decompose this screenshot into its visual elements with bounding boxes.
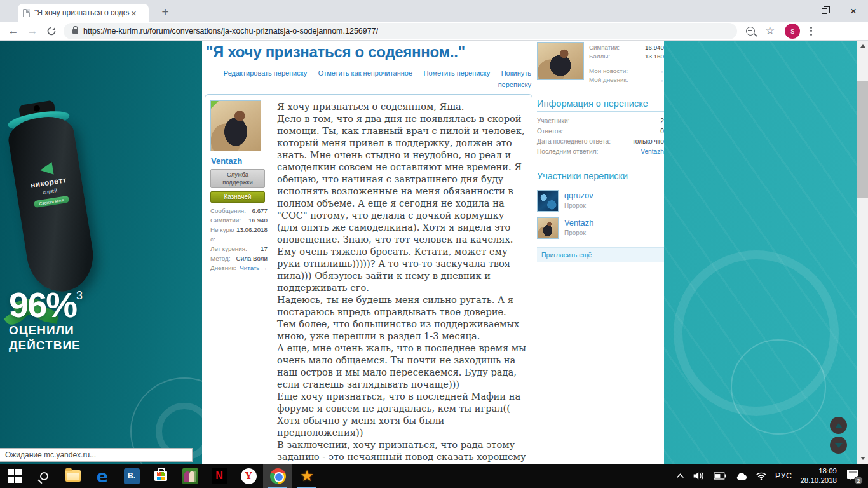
- stat-row: Лет курения:17: [210, 244, 268, 254]
- participant-avatar[interactable]: [537, 190, 559, 212]
- page-favicon-icon: [23, 9, 30, 17]
- stat-row: Метод:Сила Воли: [210, 254, 268, 263]
- microsoft-store-icon: [154, 471, 167, 481]
- yandex-icon: Y: [241, 468, 257, 484]
- browser-toolbar: ← → https://ne-kurim.ru/forum/conversati…: [0, 22, 868, 41]
- participant-avatar[interactable]: [537, 217, 559, 239]
- edge-button[interactable]: e: [88, 464, 117, 488]
- page-scrollbar[interactable]: [857, 41, 868, 464]
- ad-superscript: 3: [76, 289, 81, 302]
- scrollbar-down-icon[interactable]: [857, 453, 868, 464]
- scrollbar-up-icon[interactable]: [857, 41, 868, 51]
- profile-avatar[interactable]: s: [785, 24, 800, 39]
- windows-logo-icon: [8, 469, 22, 483]
- vk-icon: B.: [124, 468, 140, 484]
- green-app-button[interactable]: [175, 464, 205, 488]
- arrow-link[interactable]: →: [658, 67, 664, 76]
- restore-button[interactable]: [810, 0, 839, 22]
- screen: "Я хочу признаться о содеянно × + × ← → …: [0, 0, 868, 488]
- my-profile-block: Симпатии:16.940 Баллы:13.160 Мои новости…: [537, 42, 664, 85]
- minimize-button[interactable]: [780, 0, 810, 22]
- last-reply-user-link[interactable]: Ventazh: [641, 147, 664, 157]
- mark-unread-link[interactable]: Отметить как непрочитанное: [318, 69, 412, 77]
- character-app-icon: [182, 468, 198, 484]
- bottle-label: никоретт спрей Свежая мята: [19, 159, 79, 210]
- page-viewport: никоретт спрей Свежая мята 96%3 ОЦЕНИЛИ …: [0, 41, 868, 464]
- browser-menu-icon[interactable]: [810, 27, 812, 36]
- stat-row-diary: Дневник:Читать →: [210, 263, 268, 273]
- message-paragraph: Еще хочу признаться, что в последней Маф…: [277, 390, 528, 438]
- nicorette-ad[interactable]: никоретт спрей Свежая мята 96%3 ОЦЕНИЛИ …: [0, 41, 202, 464]
- my-avatar[interactable]: [537, 42, 584, 80]
- window-controls: ×: [780, 0, 868, 22]
- arrow-link[interactable]: →: [658, 76, 664, 85]
- tray-chevron-icon[interactable]: [676, 473, 684, 478]
- author-panel: Ventazh Служба поддержки Казначей Сообще…: [210, 100, 271, 464]
- close-button[interactable]: ×: [839, 0, 868, 22]
- ad-line2: ДЕЙСТВИЕ: [9, 338, 81, 353]
- my-diary-row: Мой дневник:→: [589, 76, 664, 85]
- file-explorer-button[interactable]: [58, 464, 88, 488]
- participant-row: Ventazh Пророк: [537, 217, 664, 239]
- info-row: Дата последнего ответа:только что: [537, 137, 664, 147]
- new-tab-button[interactable]: +: [158, 5, 173, 19]
- thread-actions: Редактировать переписку Отметить как неп…: [205, 67, 531, 90]
- notification-badge: 2: [854, 476, 863, 485]
- reload-icon[interactable]: [42, 26, 61, 36]
- message-paragraph: А еще, мне очень жаль, что в последнее в…: [277, 342, 528, 390]
- browser-tabstrip: "Я хочу признаться о содеянно × + ×: [0, 0, 868, 22]
- clock-date: 28.10.2018: [800, 477, 837, 484]
- star-app-button[interactable]: ★: [292, 464, 322, 488]
- leave-conversation-link[interactable]: Покинуть переписку: [498, 69, 531, 88]
- browser-tab[interactable]: "Я хочу признаться о содеянно ×: [18, 4, 149, 22]
- tab-title: "Я хочу признаться о содеянно: [34, 8, 130, 17]
- language-indicator[interactable]: РУС: [775, 471, 792, 480]
- scroll-down-button[interactable]: [830, 437, 847, 454]
- search-icon: [40, 472, 48, 480]
- taskbar-clock[interactable]: 18:09 28.10.2018: [800, 466, 837, 485]
- scroll-up-button[interactable]: [830, 417, 847, 434]
- battery-icon[interactable]: [714, 472, 726, 480]
- volume-icon[interactable]: [693, 471, 705, 481]
- store-button[interactable]: [146, 464, 175, 488]
- tab-close-icon[interactable]: ×: [131, 8, 137, 18]
- vk-button[interactable]: B.: [117, 464, 146, 488]
- spray-bottle: никоретт спрей Свежая мята: [3, 98, 98, 297]
- netflix-button[interactable]: N: [205, 464, 234, 488]
- flag-conversation-link[interactable]: Пометить переписку: [424, 69, 491, 77]
- participant-name[interactable]: Ventazh: [564, 217, 593, 228]
- chrome-button[interactable]: [263, 464, 292, 488]
- system-tray: РУС 18:09 28.10.2018 2: [676, 466, 868, 485]
- info-row-last-reply: Последним ответил:Ventazh: [537, 147, 664, 157]
- ad-percent: 96%: [9, 285, 76, 325]
- action-center-button[interactable]: 2: [845, 468, 862, 484]
- forward-icon[interactable]: →: [23, 25, 42, 37]
- participant-role: Пророк: [564, 229, 593, 236]
- stat-row: Не курю с:13.06.2018: [210, 225, 268, 244]
- back-icon[interactable]: ←: [4, 25, 23, 37]
- start-button[interactable]: [0, 464, 29, 488]
- author-avatar[interactable]: [210, 100, 261, 151]
- message-paragraph: Дело в том, что я два дня не появлялась …: [277, 112, 528, 294]
- message-paragraph: В заключении, хочу признаться, что рада …: [277, 438, 528, 464]
- chrome-icon: [270, 468, 286, 484]
- address-bar[interactable]: https://ne-kurim.ru/forum/conversations/…: [64, 23, 737, 39]
- clock-time: 18:09: [818, 467, 837, 475]
- participant-name[interactable]: qqruzov: [564, 190, 593, 201]
- lock-icon[interactable]: [72, 29, 78, 34]
- yandex-button[interactable]: Y: [234, 464, 263, 488]
- onedrive-cloud-icon[interactable]: [735, 472, 747, 480]
- profile-row: Симпатии:16.940: [589, 43, 664, 52]
- author-name[interactable]: Ventazh: [211, 156, 271, 166]
- zoom-icon[interactable]: [746, 27, 755, 36]
- background-ring: [731, 339, 826, 435]
- bookmark-star-icon[interactable]: ☆: [765, 24, 775, 37]
- scrollbar-thumb[interactable]: [857, 81, 868, 198]
- brand-chevron-icon: [39, 162, 54, 177]
- treasurer-badge: Казначей: [210, 191, 265, 203]
- url-text[interactable]: https://ne-kurim.ru/forum/conversations/…: [83, 27, 378, 36]
- taskbar-search-button[interactable]: [29, 464, 58, 488]
- invite-more-link[interactable]: Пригласить ещё: [537, 247, 664, 262]
- wifi-icon[interactable]: [756, 471, 767, 480]
- edit-conversation-link[interactable]: Редактировать переписку: [224, 69, 307, 77]
